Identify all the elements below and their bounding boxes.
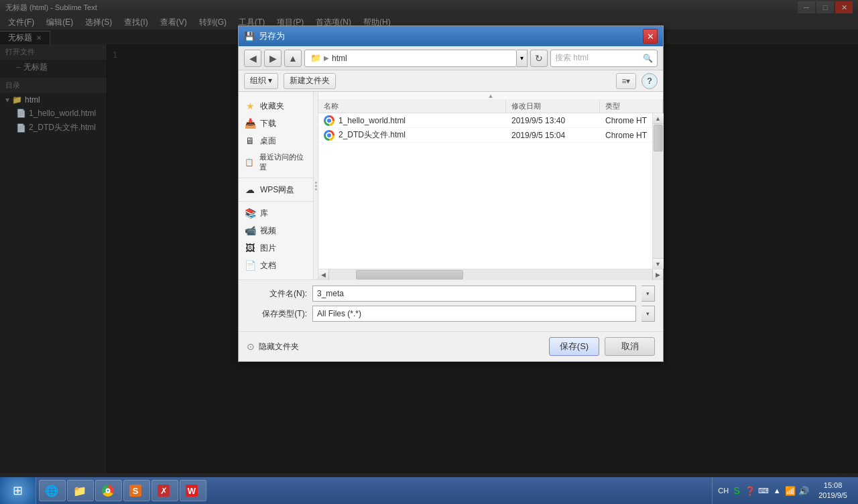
star-icon: ★ — [244, 100, 256, 112]
wps-cloud-label: WPS网盘 — [260, 184, 294, 196]
library-icon: 📚 — [244, 207, 256, 219]
separator-dots — [315, 182, 317, 190]
dialog-title: 💾 另存为 — [244, 30, 285, 42]
horizontal-scrollbar[interactable]: ◀ ▶ — [318, 269, 663, 279]
nav-up-button[interactable]: ▲ — [284, 50, 302, 67]
tray-help-icon: ❓ — [745, 485, 755, 496]
hide-folders-button[interactable]: ⊙ 隐藏文件夹 — [247, 341, 299, 353]
taskbar-item-wps[interactable]: W — [180, 480, 206, 501]
desktop-icon: 🖥 — [244, 135, 256, 147]
hide-folders-icon: ⊙ — [247, 341, 255, 352]
cancel-button[interactable]: 取消 — [605, 337, 655, 356]
dot-2 — [315, 185, 317, 187]
file-item-1[interactable]: 1_hello_world.html 2019/9/5 13:40 Chrome… — [318, 113, 652, 128]
help-button[interactable]: ? — [641, 73, 658, 89]
save-button[interactable]: 保存(S) — [549, 337, 599, 356]
dialog-titlebar: 💾 另存为 ✕ — [239, 26, 663, 46]
scroll-right-button[interactable]: ▶ — [652, 269, 663, 280]
videos-label: 视频 — [260, 225, 276, 237]
new-folder-button[interactable]: 新建文件夹 — [284, 73, 336, 89]
file-1-type: Chrome HT — [600, 115, 652, 127]
taskbar-items: 🌐 📁 S ✗ W — [36, 477, 712, 504]
sidebar-divider-2 — [239, 201, 313, 202]
search-bar[interactable]: 搜索 html 🔍 — [550, 50, 658, 67]
tray-network-icon: 📶 — [785, 485, 796, 496]
nav-back-button[interactable]: ◀ — [244, 50, 261, 67]
file-2-date: 2019/9/5 15:04 — [506, 129, 600, 141]
search-placeholder: 搜索 html — [555, 52, 643, 64]
taskbar-item-explorer[interactable]: 📁 — [67, 480, 94, 501]
tray-s-icon: S — [731, 485, 742, 496]
filetype-dropdown-button[interactable]: ▾ — [641, 306, 655, 322]
pictures-label: 图片 — [260, 243, 276, 254]
scroll-track[interactable] — [653, 124, 664, 258]
sidebar-wps-cloud[interactable]: ☁ WPS网盘 — [239, 181, 313, 198]
path-dropdown-button[interactable]: ▾ — [517, 50, 528, 67]
col-date-header[interactable]: 修改日期 — [506, 100, 600, 113]
filetype-row: 保存类型(T): All Files (*.*) ▾ — [247, 306, 655, 322]
ie-icon: 🌐 — [45, 484, 58, 497]
taskbar-item-ie[interactable]: 🌐 — [39, 480, 66, 501]
sidebar-desktop[interactable]: 🖥 桌面 — [239, 132, 313, 149]
file-list-area: ▲ 名称 修改日期 类型 1_hello_world.html 2019/9/5… — [318, 92, 663, 279]
scroll-up-button[interactable]: ▲ — [653, 113, 664, 124]
recent-label: 最近访问的位置 — [259, 152, 308, 172]
nav-forward-button[interactable]: ▶ — [264, 50, 282, 67]
path-bar[interactable]: 📁 ▶ html — [304, 50, 517, 67]
chrome-icon-1 — [324, 115, 334, 126]
favorites-label: 收藏夹 — [260, 101, 284, 112]
dialog-buttons: 保存(S) 取消 — [549, 337, 655, 356]
dialog-close-button[interactable]: ✕ — [643, 29, 658, 44]
scroll-left-button[interactable]: ◀ — [318, 269, 329, 280]
tray-speaker-icon: 🔊 — [798, 485, 809, 496]
sidebar-pictures[interactable]: 🖼 图片 — [239, 239, 313, 257]
filetype-label: 保存类型(T): — [247, 308, 307, 320]
dialog-navbar: ◀ ▶ ▲ 📁 ▶ html ▾ ↻ 搜索 html 🔍 — [239, 46, 663, 70]
pictures-icon: 🖼 — [244, 242, 256, 254]
nav-refresh-button[interactable]: ↻ — [530, 50, 548, 67]
file-1-date: 2019/9/5 13:40 — [506, 115, 600, 127]
scroll-down-button[interactable]: ▼ — [653, 258, 664, 269]
organize-button[interactable]: 组织 ▾ — [244, 73, 278, 89]
taskbar-item-sublime[interactable]: S — [123, 480, 150, 501]
col-type-header[interactable]: 类型 — [600, 100, 663, 113]
desktop-label: 桌面 — [260, 135, 276, 147]
h-scroll-track[interactable] — [329, 269, 652, 280]
filename-label: 文件名(N): — [247, 288, 307, 300]
filename-dropdown-button[interactable]: ▾ — [641, 286, 655, 302]
new-folder-label: 新建文件夹 — [290, 75, 330, 86]
filetype-input[interactable]: All Files (*.*) — [312, 306, 636, 322]
chrome-taskbar-icon — [101, 484, 115, 497]
sidebar-documents[interactable]: 📄 文档 — [239, 257, 313, 274]
taskbar: ⊞ 🌐 📁 S ✗ W CH — [0, 477, 858, 504]
sidebar-videos[interactable]: 📹 视频 — [239, 222, 313, 239]
sidebar-separator — [314, 92, 318, 279]
downloads-icon: 📥 — [244, 117, 256, 129]
tray-up-icon: ▲ — [772, 485, 782, 496]
taskbar-clock[interactable]: 15:08 2019/9/5 — [813, 481, 853, 501]
view-button[interactable]: ≡▾ — [616, 73, 636, 89]
taskbar-item-chrome[interactable] — [95, 480, 122, 501]
scroll-thumb[interactable] — [654, 125, 663, 151]
organize-label: 组织 ▾ — [250, 75, 272, 86]
h-scroll-thumb[interactable] — [356, 270, 463, 279]
sidebar-favorites-header: ★ 收藏夹 — [239, 97, 313, 115]
downloads-label: 下载 — [260, 118, 276, 129]
taskbar-item-sumatra[interactable]: ✗ — [151, 480, 178, 501]
file-1-name: 1_hello_world.html — [318, 114, 506, 127]
sidebar-recent[interactable]: 📋 最近访问的位置 — [239, 149, 313, 175]
clock-time: 15:08 — [818, 481, 847, 491]
vertical-scrollbar[interactable]: ▲ ▼ — [652, 113, 663, 269]
filename-input[interactable]: 3_meta — [312, 286, 636, 302]
hide-folders-label: 隐藏文件夹 — [259, 341, 299, 353]
chrome-icon-2 — [324, 130, 334, 141]
file-item-2[interactable]: 2_DTD头文件.html 2019/9/5 15:04 Chrome HT — [318, 128, 652, 143]
clock-date: 2019/9/5 — [818, 491, 847, 501]
library-label: 库 — [260, 208, 268, 219]
col-name-header[interactable]: 名称 — [318, 100, 506, 113]
folder-small-icon: 📁 — [310, 53, 321, 63]
sidebar-downloads[interactable]: 📥 下载 — [239, 115, 313, 132]
file-list: 1_hello_world.html 2019/9/5 13:40 Chrome… — [318, 113, 652, 269]
path-label: html — [332, 54, 347, 63]
start-button[interactable]: ⊞ — [0, 477, 36, 504]
